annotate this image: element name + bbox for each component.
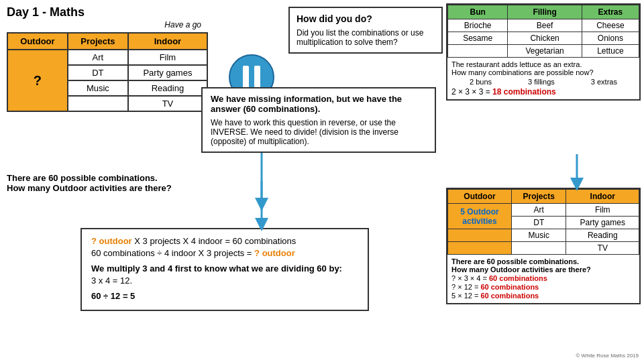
rb-projects-1: Art [511, 204, 566, 217]
bottom-left-text: There are 60 possible combinations. How … [7, 173, 172, 193]
right-top-text: The restaurant adds lettuce as an extra.… [447, 58, 639, 99]
calc-line-1: ? outdoor X 3 projects X 4 indoor = 60 c… [91, 236, 358, 246]
calc-line-4: 3 x 4 = 12. [91, 276, 358, 286]
bun-count: 2 buns [470, 78, 492, 86]
calc-line-2-start: 60 combinations ÷ 4 indoor X 3 projects … [91, 248, 254, 258]
rb-outdoor-empty-2 [448, 242, 512, 255]
bun-1: Brioche [448, 19, 508, 32]
rb-text-1: There are 60 possible combinations. [451, 257, 635, 265]
extras-3: Lettuce [582, 45, 639, 58]
formula-row: 2 × 3 × 3 = 18 combinations [451, 87, 635, 97]
table-row: TV [448, 242, 639, 255]
left-table-container: Have a go Outdoor Projects Indoor ? Art … [7, 20, 208, 112]
table-row: Sesame Chicken Onions [448, 32, 639, 45]
calc-line-2: 60 combinations ÷ 4 indoor X 3 projects … [91, 248, 358, 258]
down-arrow [248, 181, 275, 235]
rb-indoor-4: TV [566, 242, 639, 255]
extras-2: Onions [582, 32, 639, 45]
rb-formula-1: ? × 3 × 4 = 60 combinations [451, 274, 635, 282]
missing-info-normal: We have to work this question in reverse… [211, 118, 427, 146]
activities-table: Outdoor Projects Indoor ? Art Film DT Pa… [7, 32, 208, 112]
svg-marker-4 [255, 218, 268, 231]
filling-count: 3 fillings [528, 78, 555, 86]
how-did-you-do-box: How did you do? Did you list the combina… [288, 7, 443, 54]
indoor-cell-4: TV [128, 96, 207, 111]
right-bottom-container: Outdoor Projects Indoor 5 Outdooractivit… [446, 188, 641, 304]
outdoor-question-text: ? outdoor [91, 236, 132, 246]
how-did-title: How did you do? [297, 13, 435, 24]
projects-cell-4 [68, 96, 128, 111]
restaurant-note: The restaurant adds lettuce as an extra. [451, 60, 635, 68]
formula-result: 18 combinations [492, 87, 556, 97]
rb-projects-2: DT [511, 217, 566, 229]
projects-cell-3: Music [68, 80, 128, 96]
rb-outdoor-empty [448, 229, 512, 242]
calc-line-1-rest: X 3 projects X 4 indoor = 60 combination… [134, 236, 296, 246]
col-projects-header: Projects [68, 33, 128, 50]
svg-rect-1 [243, 66, 249, 88]
col-outdoor-header: Outdoor [7, 33, 68, 50]
copyright-text: © White Rose Maths 2019 [576, 353, 639, 359]
indoor-cell-3: Reading [128, 80, 207, 96]
combinations-question: How many combinations are possible now? [451, 68, 635, 76]
combinations-text: There are 60 possible combinations. [7, 173, 172, 183]
right-bottom-text: There are 60 possible combinations. How … [447, 255, 639, 303]
projects-cell-2: DT [68, 65, 128, 80]
rb-projects-3: Music [511, 229, 566, 242]
missing-info-bold: We have missing information, but we have… [211, 94, 427, 114]
svg-marker-5 [570, 178, 584, 191]
burger-table: Bun Filling Extras Brioche Beef Cheese S… [447, 5, 639, 58]
filling-header: Filling [508, 5, 582, 19]
right-bottom-table: Outdoor Projects Indoor 5 Outdooractivit… [447, 189, 639, 255]
page-title: Day 1 - Maths [7, 5, 85, 19]
table-row: Vegetarian Lettuce [448, 45, 639, 58]
table-row: Brioche Beef Cheese [448, 19, 639, 32]
burger-table-container: Bun Filling Extras Brioche Beef Cheese S… [446, 3, 641, 101]
projects-cell-1: Art [68, 50, 128, 65]
calculation-box: ? outdoor X 3 projects X 4 indoor = 60 c… [80, 228, 369, 311]
rb-projects-header: Projects [511, 190, 566, 204]
extras-count: 3 extras [591, 78, 617, 86]
formula-start: 2 × 3 × 3 = [451, 87, 492, 97]
table-row: Music Reading [448, 229, 639, 242]
calc-line-5: 60 ÷ 12 = 5 [91, 291, 358, 301]
rb-formula-1-start: ? × 3 × 4 = [451, 274, 489, 282]
rb-formula-3: 5 × 12 = 60 combinations [451, 292, 635, 300]
indoor-cell-2: Party games [128, 65, 207, 80]
rb-indoor-3: Reading [566, 229, 639, 242]
bun-3 [448, 45, 508, 58]
have-a-go-label: Have a go [7, 20, 208, 29]
indoor-cell-1: Film [128, 50, 207, 65]
rb-formula-2-result: 60 combinations [480, 283, 539, 291]
rb-formula-1-result: 60 combinations [489, 274, 547, 282]
rb-indoor-2: Party games [566, 217, 639, 229]
extras-1: Cheese [582, 19, 639, 32]
calc-line-3: We multiply 3 and 4 first to know what w… [91, 263, 358, 274]
numbers-row: 2 buns 3 fillings 3 extras [451, 78, 635, 86]
bun-2: Sesame [448, 32, 508, 45]
outdoor-cell-question: ? [7, 50, 68, 111]
right-arrow [564, 154, 590, 194]
how-did-body: Did you list the combinations or use mul… [297, 28, 435, 47]
rb-formula-3-start: 5 × 12 = [451, 292, 480, 300]
rb-projects-4 [511, 242, 566, 255]
rb-formula-3-result: 60 combinations [480, 292, 539, 300]
rb-outdoor-cell: 5 Outdooractivities [448, 204, 512, 229]
rb-text-2: How many Outdoor activities are there? [451, 265, 635, 274]
col-indoor-header: Indoor [128, 33, 207, 50]
table-row: ? Art Film [7, 50, 207, 65]
extras-header: Extras [582, 5, 639, 19]
filling-1: Beef [508, 19, 582, 32]
rb-formula-2-start: ? × 12 = [451, 283, 480, 291]
filling-3: Vegetarian [508, 45, 582, 58]
rb-indoor-1: Film [566, 204, 639, 217]
bun-header: Bun [448, 5, 508, 19]
rb-outdoor-header: Outdoor [448, 190, 512, 204]
svg-rect-2 [254, 66, 260, 88]
calc-line-2-outdoor: ? outdoor [254, 248, 295, 258]
table-row: 5 Outdooractivities Art Film [448, 204, 639, 217]
missing-info-box: We have missing information, but we have… [201, 87, 436, 153]
rb-formula-2: ? × 12 = 60 combinations [451, 283, 635, 291]
outdoor-question: How many Outdoor activities are there? [7, 183, 172, 193]
filling-2: Chicken [508, 32, 582, 45]
